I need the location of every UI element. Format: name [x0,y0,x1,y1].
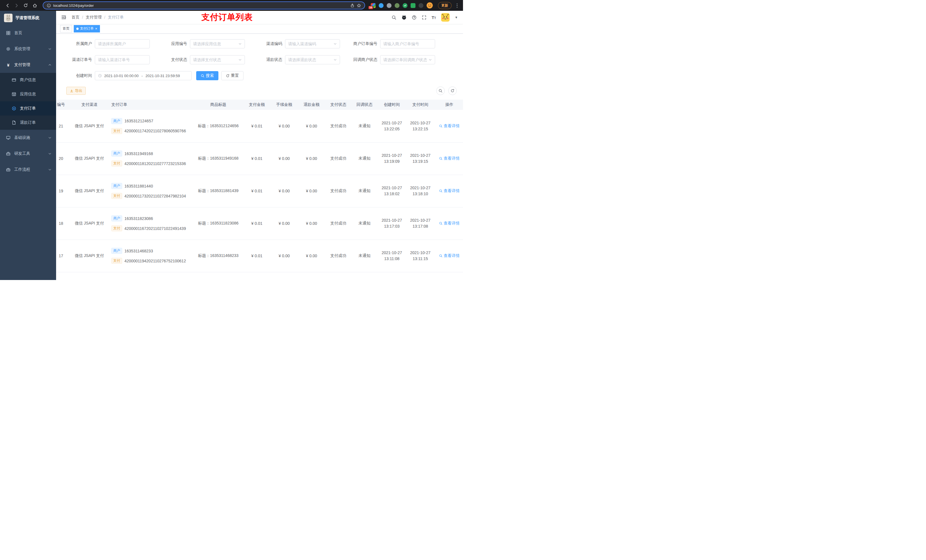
share-icon[interactable] [350,3,354,8]
back-icon[interactable] [3,2,11,9]
extension-icon[interactable] [402,3,407,8]
extension-icon[interactable] [411,3,415,8]
chevron-down-icon [48,168,51,171]
refund-status-select[interactable] [285,55,340,64]
extension-icon[interactable] [379,3,384,8]
filter-label: 支付状态 [162,57,190,62]
merchant-order-no-input[interactable] [383,42,432,46]
chevron-down-icon [428,58,432,62]
credit-card-icon [11,78,17,82]
site-info-icon[interactable] [47,3,51,8]
channel-code-input[interactable] [288,42,332,46]
refresh-icon[interactable] [448,86,457,95]
order-table: 编号 支付渠道 支付订单 商品标题 支付金额 手续金额 退款金额 支付状态 回调… [56,100,463,280]
channel-order-no-input[interactable] [98,57,147,62]
toggle-search-icon[interactable] [436,86,445,95]
active-dot [76,27,79,30]
sidebar-item-refund-order[interactable]: 退款订单 [0,116,56,130]
export-button[interactable]: 导出 [67,87,86,95]
date-end[interactable]: 2021-10-31 23:59:59 [145,74,180,78]
browser-menu-icon[interactable]: ⋮ [454,3,460,9]
filter-label: 回调商户状态 [352,57,380,62]
view-detail-link[interactable]: 查看详情 [439,253,460,258]
browser-profile-avatar[interactable] [427,2,433,9]
view-detail-link[interactable]: 查看详情 [439,124,460,128]
filter-label: 所属商户 [67,41,95,46]
filter-label: 渠道订单号 [67,57,95,62]
extension-icon[interactable] [419,3,424,8]
chevron-down-icon [238,42,242,45]
extension-icon[interactable] [387,3,392,8]
pay-status-input[interactable] [193,57,237,62]
search-icon[interactable] [392,15,396,20]
bookmark-star-icon[interactable] [357,3,361,8]
channel-order-no-field[interactable] [95,55,150,64]
github-icon[interactable] [401,15,407,20]
sidebar-item-infrastructure[interactable]: 基础设施 [0,130,56,146]
chevron-down-icon [48,152,51,155]
menu-fold-icon[interactable] [60,14,68,21]
view-detail-link[interactable]: 查看详情 [439,221,460,226]
sidebar-item-app-info[interactable]: 应用信息 [0,87,56,101]
pay-status-select[interactable] [190,55,245,64]
date-start[interactable]: 2021-10-01 00:00:00 [104,74,139,78]
app-input[interactable] [193,42,237,46]
table-row: 20 微信 JSAPI 支付 商户1635311949168 支付4200001… [56,142,463,175]
view-detail-link[interactable]: 查看详情 [439,189,460,193]
merchant-badge: 商户 [111,216,122,221]
reload-icon[interactable] [22,2,30,9]
gear-icon [6,47,11,51]
sidebar-item-home[interactable]: 首页 [0,25,56,41]
callback-status-input[interactable] [383,57,427,62]
sidebar-item-system[interactable]: 系统管理 [0,41,56,57]
caret-down-icon[interactable]: ▼ [455,16,458,19]
refund-status-input[interactable] [288,57,332,62]
app-select[interactable] [190,39,245,48]
merchant-order-no-field[interactable] [380,39,435,48]
order-table-section: 编号 支付渠道 支付订单 商品标题 支付金额 手续金额 退款金额 支付状态 回调… [56,100,463,280]
address-bar[interactable]: localhost:1024/pay/order [43,2,365,9]
top-navbar: 首页 / 支付管理 / 支付订单 支付订单列表 [56,11,463,24]
tab-home[interactable]: 首页 [60,25,72,32]
search-button[interactable]: 搜索 [196,71,218,80]
merchant-select[interactable] [95,39,150,48]
browser-update-button[interactable]: 更新 [438,2,452,9]
breadcrumb-pay-mgmt[interactable]: 支付管理 [86,15,101,20]
sidebar-item-workflow[interactable]: 工作流程 [0,162,56,178]
home-icon[interactable] [31,2,39,9]
forward-icon[interactable] [12,2,21,9]
toolbox-icon [6,151,11,156]
fullscreen-icon[interactable] [422,15,427,20]
document-icon [11,120,17,125]
user-avatar[interactable] [441,13,449,22]
filter-label: 退款状态 [257,57,285,62]
reset-button[interactable]: 重置 [221,71,244,80]
merchant-input[interactable] [98,42,147,46]
grid-table-icon [11,92,17,97]
tab-pay-order[interactable]: 支付订单 × [74,25,100,32]
breadcrumb: 首页 / 支付管理 / 支付订单 [71,15,124,20]
sidebar-item-dev-tools[interactable]: 研发工具 [0,146,56,162]
channel-code-select[interactable] [285,39,340,48]
pay-badge: 支付 [111,193,122,199]
sidebar-item-payment[interactable]: ¥ 支付管理 [0,57,56,73]
extension-icon[interactable] [395,3,399,8]
app-logo [4,14,12,22]
callback-status-select[interactable] [380,55,435,64]
url-text[interactable]: localhost:1024/pay/order [53,3,94,8]
create-time-range-picker[interactable]: 2021-10-01 00:00:00 - 2021-10-31 23:59:5… [95,71,192,80]
table-header-row: 编号 支付渠道 支付订单 商品标题 支付金额 手续金额 退款金额 支付状态 回调… [56,100,463,110]
extension-icon[interactable]: 10 [371,3,375,8]
app-logo-row[interactable]: 芋道管理系统 [0,11,56,25]
help-icon[interactable] [412,15,416,20]
view-detail-link[interactable]: 查看详情 [439,156,460,161]
close-icon[interactable]: × [95,27,97,30]
filter-form: 所属商户 应用编号 渠道编码 [56,33,463,80]
breadcrumb-current: 支付订单 [108,15,124,20]
sidebar-item-pay-order[interactable]: 支付订单 [0,101,56,116]
sidebar-item-merchant-info[interactable]: 商户信息 [0,73,56,87]
breadcrumb-home[interactable]: 首页 [71,15,79,20]
chevron-down-icon [48,47,51,51]
page-title: 支付订单列表 [201,12,253,23]
font-size-icon[interactable]: TT [432,15,436,20]
